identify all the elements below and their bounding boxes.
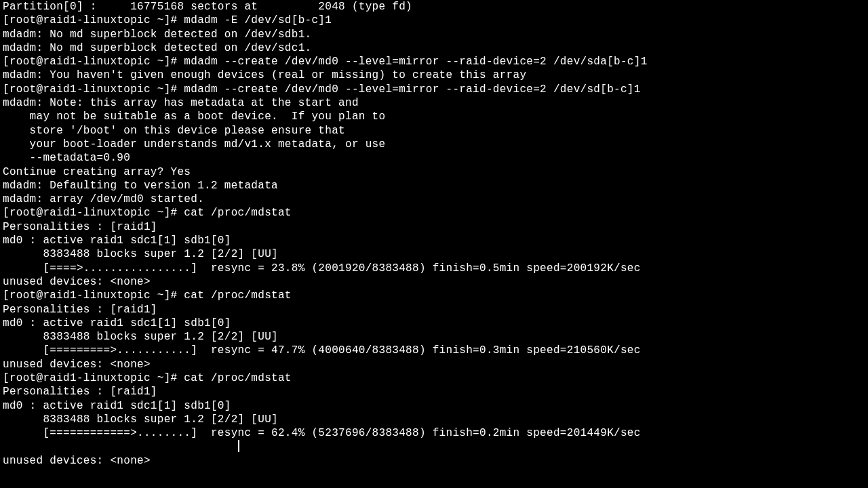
terminal-screen[interactable]: Partition[0] : 16775168 sectors at 2048 … <box>3 0 865 468</box>
terminal-line: mdadm: array /dev/md0 started. <box>3 192 865 206</box>
terminal-line: unused devices: <none> <box>3 454 865 468</box>
text-cursor-icon <box>238 440 239 452</box>
terminal-line: 8383488 blocks super 1.2 [2/2] [UU] <box>3 330 865 344</box>
terminal-line: unused devices: <none> <box>3 358 865 371</box>
terminal-line: mdadm: Note: this array has metadata at … <box>3 96 865 110</box>
terminal-line: [root@raid1-linuxtopic ~]# cat /proc/mds… <box>3 371 865 385</box>
terminal-line: [root@raid1-linuxtopic ~]# cat /proc/mds… <box>3 206 865 220</box>
terminal-line: md0 : active raid1 sdc1[1] sdb1[0] <box>3 317 865 330</box>
terminal-line: [============>........] resync = 62.4% (… <box>3 426 865 454</box>
terminal-line: [root@raid1-linuxtopic ~]# mdadm --creat… <box>3 83 865 96</box>
terminal-line: [root@raid1-linuxtopic ~]# mdadm -E /dev… <box>3 14 865 27</box>
terminal-line: mdadm: No md superblock detected on /dev… <box>3 28 865 41</box>
terminal-line: 8383488 blocks super 1.2 [2/2] [UU] <box>3 247 865 261</box>
terminal-line: [root@raid1-linuxtopic ~]# mdadm --creat… <box>3 55 865 68</box>
terminal-line: --metadata=0.90 <box>3 151 865 165</box>
terminal-line: mdadm: You haven't given enough devices … <box>3 68 865 82</box>
terminal-line: [=========>...........] resync = 47.7% (… <box>3 344 865 357</box>
terminal-line: Personalities : [raid1] <box>3 220 865 234</box>
terminal-line: mdadm: Defaulting to version 1.2 metadat… <box>3 179 865 192</box>
terminal-line: may not be suitable as a boot device. If… <box>3 110 865 123</box>
terminal-line: md0 : active raid1 sdc1[1] sdb1[0] <box>3 399 865 413</box>
terminal-line: [root@raid1-linuxtopic ~]# cat /proc/mds… <box>3 289 865 302</box>
terminal-line: your boot-loader understands md/v1.x met… <box>3 138 865 151</box>
terminal-line: mdadm: No md superblock detected on /dev… <box>3 41 865 55</box>
terminal-line: md0 : active raid1 sdc1[1] sdb1[0] <box>3 234 865 247</box>
terminal-line: [====>................] resync = 23.8% (… <box>3 262 865 275</box>
terminal-line: Personalities : [raid1] <box>3 303 865 317</box>
terminal-line: unused devices: <none> <box>3 275 865 289</box>
terminal-line: store '/boot' on this device please ensu… <box>3 124 865 138</box>
terminal-line: Partition[0] : 16775168 sectors at 2048 … <box>3 0 865 14</box>
terminal-line: Personalities : [raid1] <box>3 385 865 399</box>
terminal-line: Continue creating array? Yes <box>3 165 865 179</box>
terminal-line: 8383488 blocks super 1.2 [2/2] [UU] <box>3 413 865 426</box>
